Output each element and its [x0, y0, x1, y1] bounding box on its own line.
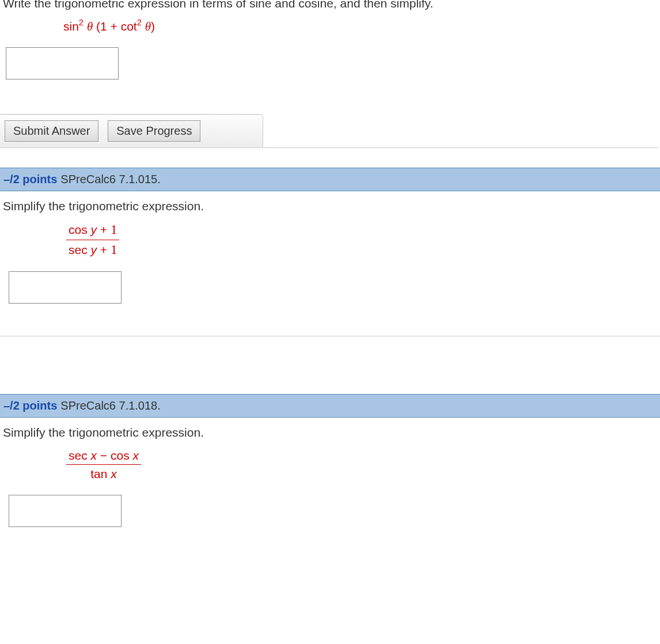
q3-points: –/2 points [3, 399, 57, 412]
q2-points: –/2 points [3, 173, 57, 186]
q1-expression: sin2 θ (1 + cot2 θ) [63, 18, 660, 35]
q2-num-one: 1 [111, 222, 117, 237]
button-row: Submit Answer Save Progress [0, 114, 263, 148]
q2-expression: cos y + 1 sec y + 1 [66, 221, 657, 259]
q2-num-cos: cos [69, 223, 91, 236]
q1-theta2: θ [145, 20, 151, 33]
q3-den-tan: tan [90, 467, 111, 480]
q3-header: –/2 points SPreCalc6 7.1.018. [0, 394, 660, 418]
q1-exp1: 2 [79, 18, 84, 27]
q2-den-one: 1 [111, 243, 117, 257]
q2-answer-input[interactable] [9, 271, 122, 304]
q3-num-var1: x [91, 449, 97, 462]
q2-header: –/2 points SPreCalc6 7.1.015. [0, 168, 660, 191]
q3-num-minus: − cos [97, 449, 132, 462]
q2-den-sec: sec [69, 243, 91, 256]
q1-close: ) [151, 20, 155, 33]
q2-num-var: y [91, 223, 97, 236]
q2-den-plus: + [97, 243, 111, 256]
q1-sin: sin [63, 20, 79, 33]
q2-reference: SPreCalc6 7.1.015. [60, 173, 160, 186]
q1-answer-input[interactable] [6, 47, 119, 79]
q2-den-var: y [91, 243, 97, 256]
q1-theta1: θ [87, 20, 93, 33]
q3-prompt: Simplify the trigonometric expression. [3, 426, 657, 440]
submit-answer-button[interactable]: Submit Answer [5, 120, 98, 142]
q1-exp2: 2 [137, 18, 142, 27]
q1-mid: (1 + cot [93, 20, 136, 33]
save-progress-button[interactable]: Save Progress [108, 120, 200, 142]
q3-den-var: x [111, 467, 117, 480]
q3-num-var2: x [132, 449, 139, 462]
q2-num-plus: + [97, 223, 111, 236]
q1-prompt: Write the trigonometric expression in te… [0, 0, 660, 10]
q3-expression: sec x − cos x tan x [66, 448, 657, 482]
q3-answer-input[interactable] [9, 495, 122, 527]
q3-reference: SPreCalc6 7.1.018. [60, 399, 160, 412]
q2-prompt: Simplify the trigonometric expression. [3, 199, 657, 213]
q3-num-sec: sec [69, 449, 91, 462]
